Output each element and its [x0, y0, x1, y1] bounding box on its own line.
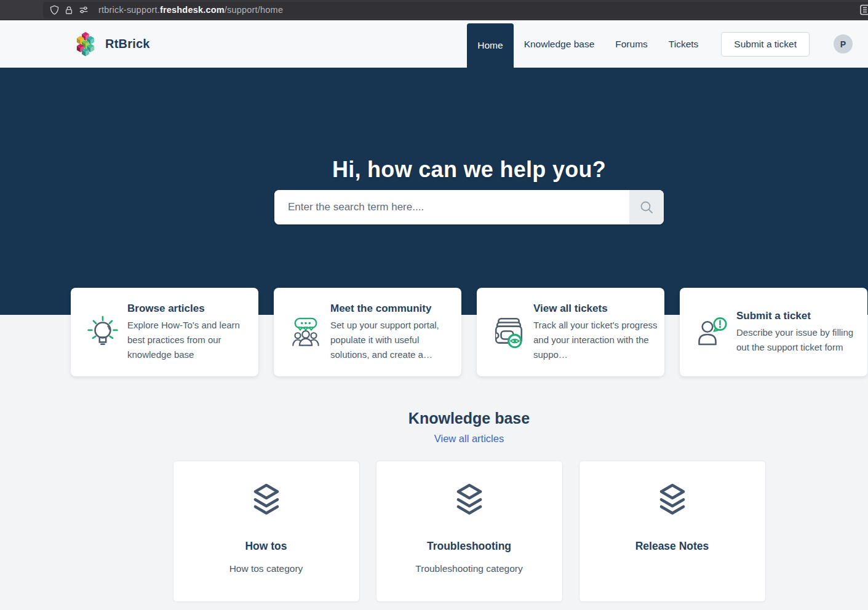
search-input[interactable]: [274, 190, 629, 224]
search-button[interactable]: [629, 190, 664, 224]
rtbrick-logo-icon: [73, 31, 98, 58]
nav-item-forums[interactable]: Forums: [605, 20, 658, 68]
category-subtitle: [579, 563, 765, 574]
card-submit-ticket[interactable]: Submit a ticket Describe your issue by f…: [680, 288, 867, 376]
search-bar: [274, 190, 664, 224]
category-title: Release Notes: [579, 540, 765, 553]
category-subtitle: Troubleshooting category: [376, 563, 562, 574]
quick-card-title: Submit a ticket: [736, 310, 858, 322]
nav-item-tickets[interactable]: Tickets: [658, 20, 709, 68]
nav-item-home[interactable]: Home: [467, 23, 513, 68]
sidebar-toggle-icon[interactable]: [860, 4, 868, 16]
brand-name: RtBrick: [105, 37, 150, 51]
quick-links-row: Browse articles Explore How-To's and lea…: [71, 288, 867, 376]
user-avatar[interactable]: P: [834, 34, 853, 53]
nav-item-knowledge-base[interactable]: Knowledge base: [514, 20, 605, 68]
hero-title: Hi, how can we help you?: [71, 68, 867, 183]
quick-card-title: Browse articles: [127, 303, 249, 315]
community-icon: [289, 315, 323, 349]
card-meet-community[interactable]: Meet the community Set up your support p…: [274, 288, 461, 376]
quick-card-title: View all tickets: [533, 303, 655, 315]
view-all-articles-link[interactable]: View all articles: [71, 433, 867, 445]
permissions-toggles-icon[interactable]: [78, 5, 89, 15]
portal-header: RtBrick Home Knowledge base Forums Ticke…: [0, 20, 868, 68]
url-text: rtbrick-support.freshdesk.com/support/ho…: [98, 5, 283, 15]
category-card-how-tos[interactable]: How tos How tos category: [173, 461, 360, 602]
layers-icon: [249, 482, 284, 518]
address-bar[interactable]: rtbrick-support.freshdesk.com/support/ho…: [43, 2, 868, 18]
tickets-eye-icon: [492, 315, 526, 349]
category-subtitle: How tos category: [173, 563, 359, 574]
category-title: Troubleshooting: [376, 540, 562, 553]
person-alert-icon: [695, 315, 729, 349]
shield-icon: [49, 5, 60, 15]
lightbulb-icon: [86, 315, 120, 349]
quick-card-desc: Describe your issue by filling out the s…: [736, 325, 861, 355]
layers-icon: [452, 482, 487, 518]
quick-card-desc: Track all your ticket's progress and you…: [533, 318, 658, 362]
main-nav: Home Knowledge base Forums Tickets: [467, 20, 709, 68]
browser-toolbar: rtbrick-support.freshdesk.com/support/ho…: [0, 0, 868, 20]
quick-card-desc: Set up your support portal, populate it …: [330, 318, 455, 362]
submit-ticket-button[interactable]: Submit a ticket: [721, 32, 810, 57]
quick-card-desc: Explore How-To's and learn best practice…: [127, 318, 252, 362]
lock-icon: [64, 5, 74, 15]
search-icon: [639, 200, 654, 215]
quick-card-title: Meet the community: [330, 303, 452, 315]
brand[interactable]: RtBrick: [73, 31, 150, 58]
card-view-all-tickets[interactable]: View all tickets Track all your ticket's…: [477, 288, 664, 376]
knowledge-base-heading: Knowledge base: [71, 410, 867, 427]
category-row: How tos How tos category Troubleshooting…: [71, 461, 867, 602]
card-browse-articles[interactable]: Browse articles Explore How-To's and lea…: [71, 288, 258, 376]
category-card-release-notes[interactable]: Release Notes: [579, 461, 766, 602]
category-title: How tos: [173, 540, 359, 553]
hero-banner: Hi, how can we help you?: [0, 68, 868, 315]
category-card-troubleshooting[interactable]: Troubleshooting Troubleshooting category: [376, 461, 563, 602]
layers-icon: [655, 482, 690, 518]
